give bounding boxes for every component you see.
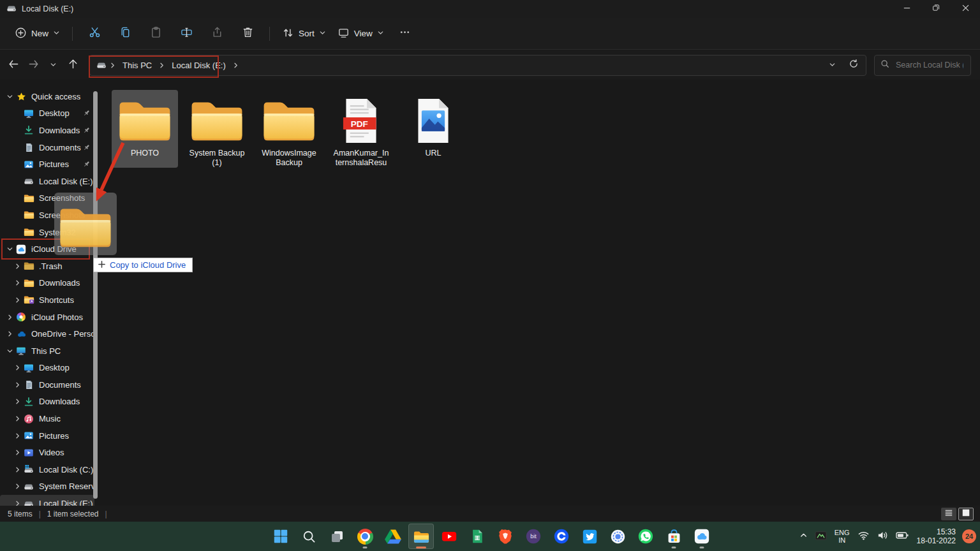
address-bar[interactable]: This PCLocal Disk (E:)	[89, 55, 866, 76]
taskbar-whatsapp-button[interactable]	[633, 524, 658, 549]
file-tile-amankumar-internshalaresume[interactable]: PDFAmanKumar_InternshalaResume	[328, 90, 394, 168]
taskbar-file-explorer-button[interactable]	[408, 524, 434, 549]
back-icon	[8, 59, 19, 72]
sidebar-item-music[interactable]: Music	[0, 410, 94, 427]
file-tile-windowsimagebackup[interactable]: WindowsImageBackup	[256, 90, 322, 168]
chevron-right-icon[interactable]	[11, 381, 23, 388]
delete-button[interactable]	[235, 22, 260, 45]
gpu-overlay-icon[interactable]	[813, 528, 828, 545]
copy-button[interactable]	[113, 22, 137, 45]
chevron-right-icon[interactable]	[11, 483, 23, 490]
taskbar-chrome-button[interactable]	[352, 524, 378, 549]
tray-overflow-button[interactable]	[798, 529, 809, 543]
rename-button[interactable]	[174, 22, 198, 45]
breadcrumb-item-this-pc[interactable]: This PC	[119, 59, 156, 72]
sidebar-item-label: System Reserved	[39, 481, 94, 491]
forward-button[interactable]	[24, 55, 43, 75]
taskbar-google-sheets-button[interactable]	[464, 524, 490, 549]
file-tile-url[interactable]: URL	[400, 90, 466, 168]
taskbar-twitter-button[interactable]	[577, 524, 602, 549]
sidebar-item-local-disk-e[interactable]: Local Disk (E:)	[0, 495, 94, 506]
minimize-button[interactable]	[892, 0, 921, 18]
volume-button[interactable]	[875, 528, 890, 545]
drive-icon	[96, 60, 107, 70]
chevron-down-icon[interactable]	[4, 93, 15, 100]
view-button[interactable]: View	[332, 22, 390, 45]
sidebar-item-downloads[interactable]: Downloads	[0, 122, 94, 139]
chevron-right-icon[interactable]	[11, 279, 23, 286]
taskbar-coinbase-button[interactable]	[549, 524, 574, 549]
search-input[interactable]	[895, 60, 965, 70]
battery-button[interactable]	[895, 528, 910, 545]
up-button[interactable]	[63, 55, 83, 75]
taskbar-signal-button[interactable]	[605, 524, 630, 549]
sidebar-item-documents[interactable]: Documents	[0, 376, 94, 393]
taskbar-youtube-button[interactable]	[436, 524, 462, 549]
notification-badge[interactable]: 24	[962, 529, 976, 543]
sidebar-item-downloads[interactable]: Downloads	[0, 275, 94, 292]
more-options-button[interactable]	[393, 22, 417, 45]
sidebar-item-downloads[interactable]: Downloads	[0, 393, 94, 411]
folder-xl-icon	[184, 95, 250, 146]
taskbar-search-button[interactable]	[296, 524, 322, 549]
taskbar-ms-store-button[interactable]	[661, 524, 687, 549]
sidebar-item-documents[interactable]: Documents	[0, 139, 94, 156]
address-dropdown-button[interactable]	[822, 57, 842, 74]
sidebar-item-local-disk-c[interactable]: Local Disk (C:)	[0, 461, 94, 478]
chevron-right-icon[interactable]	[11, 449, 23, 456]
sidebar-item-local-disk-e[interactable]: Local Disk (E:)	[0, 173, 94, 190]
taskbar-task-view-button[interactable]	[324, 524, 350, 549]
chevron-right-icon[interactable]	[11, 364, 23, 371]
taskbar-bit-button[interactable]: bit	[521, 524, 546, 549]
back-button[interactable]	[4, 55, 24, 75]
sidebar-item-icloud-photos[interactable]: iCloud Photos	[0, 309, 94, 326]
sidebar-item-onedrive-person[interactable]: OneDrive - Person	[0, 325, 94, 342]
sidebar-item-label: Desktop	[39, 108, 82, 118]
chevron-right-icon[interactable]	[4, 314, 15, 321]
chevron-right-icon[interactable]	[11, 263, 23, 270]
file-tile-system-backup-1[interactable]: System Backup(1)	[184, 90, 250, 168]
sort-button[interactable]: Sort	[276, 22, 332, 45]
sidebar-item-pictures[interactable]: Pictures	[0, 427, 94, 444]
details-view-button[interactable]	[941, 508, 956, 520]
sidebar-item-desktop[interactable]: Desktop	[0, 105, 94, 122]
cut-button[interactable]	[82, 22, 107, 45]
chevron-down-icon[interactable]	[4, 246, 15, 253]
sidebar-item-shortcuts[interactable]: Shortcuts	[0, 291, 94, 309]
search-box[interactable]	[874, 55, 971, 76]
sidebar-scrollbar[interactable]	[93, 91, 98, 499]
new-button[interactable]: New	[9, 22, 66, 45]
language-indicator[interactable]: ENG IN	[833, 529, 852, 545]
taskbar-google-drive-button[interactable]	[380, 524, 406, 549]
taskbar-icloud-app-button[interactable]	[689, 524, 715, 549]
sidebar-item-trash[interactable]: .Trash	[0, 258, 94, 275]
drive-icon	[23, 499, 34, 506]
clock[interactable]: 15:33 18-01-2022	[915, 527, 958, 545]
refresh-button[interactable]	[844, 57, 863, 74]
taskbar-start-button[interactable]	[268, 524, 293, 549]
sidebar-item-videos[interactable]: Videos	[0, 444, 94, 461]
chevron-right-icon[interactable]	[11, 466, 23, 473]
chevron-right-icon[interactable]	[4, 330, 15, 337]
paste-button[interactable]	[144, 22, 168, 45]
close-button[interactable]	[951, 0, 980, 18]
sidebar-item-system-reserved[interactable]: System Reserved	[0, 478, 94, 496]
sidebar-item-this-pc[interactable]: This PC	[0, 342, 94, 360]
file-tile-photo[interactable]: PHOTO	[112, 90, 178, 168]
thumbnails-view-button[interactable]	[958, 508, 974, 520]
chevron-right-icon[interactable]	[11, 398, 23, 405]
share-button[interactable]	[205, 22, 229, 45]
chevron-right-icon[interactable]	[11, 415, 23, 422]
recent-locations-button[interactable]	[43, 55, 63, 75]
breadcrumb-item-local-disk-e[interactable]: Local Disk (E:)	[168, 59, 230, 72]
sidebar-item-pictures[interactable]: Pictures	[0, 156, 94, 173]
sidebar-item-desktop[interactable]: Desktop	[0, 360, 94, 377]
chevron-right-icon[interactable]	[11, 500, 23, 506]
sidebar-item-quick-access[interactable]: Quick access	[0, 88, 94, 105]
chevron-right-icon[interactable]	[11, 297, 23, 304]
chevron-down-icon[interactable]	[4, 348, 15, 355]
restore-button[interactable]	[921, 0, 951, 18]
wifi-button[interactable]	[856, 528, 871, 545]
chevron-right-icon[interactable]	[11, 432, 23, 439]
taskbar-brave-button[interactable]	[493, 524, 518, 549]
